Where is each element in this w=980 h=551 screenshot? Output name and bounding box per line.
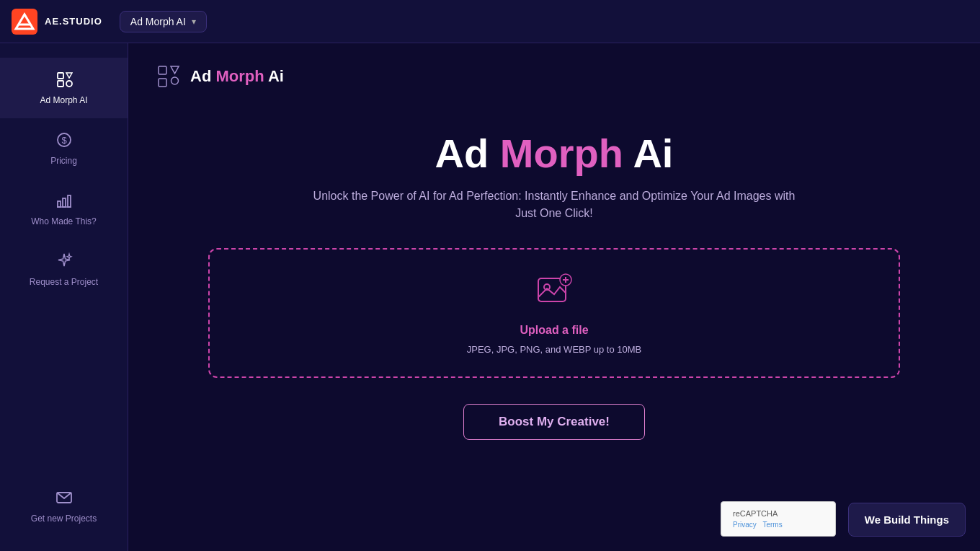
recaptcha-links: Privacy Terms [733,521,824,529]
svg-point-16 [172,77,179,84]
ae-studio-logo-icon [12,9,37,35]
sidebar-item-request-project[interactable]: Request a Project [0,239,128,300]
sidebar-item-get-new-projects[interactable]: Get new Projects [0,476,128,537]
svg-rect-11 [68,195,71,207]
svg-rect-9 [58,201,61,207]
sidebar-item-label-ad-morph-ai: Ad Morph AI [40,95,87,105]
sidebar-item-ad-morph-ai[interactable]: Ad Morph AI [0,58,128,118]
hero-subtitle: Unlock the Power of AI for Ad Perfection… [302,188,806,222]
dollar-icon: $ [55,131,73,151]
main-content: Ad Morph Ai Ad Morph Ai Unlock the Power… [128,43,980,551]
sidebar-item-pricing[interactable]: $ Pricing [0,118,128,179]
logo-area: AE.STUDIO [12,9,102,35]
hero-section: Ad Morph Ai Unlock the Power of AI for A… [302,131,806,222]
svg-rect-17 [159,79,166,87]
sidebar-item-label-request-project: Request a Project [30,277,98,287]
sidebar-bottom: Get new Projects [0,476,128,551]
grid-icon [55,71,73,91]
logo-text: AE.STUDIO [45,16,102,27]
sidebar: Ad Morph AI $ Pricing Who Made This? [0,43,128,551]
svg-rect-14 [159,66,166,74]
upload-hint: JPEG, JPG, PNG, and WEBP up to 10MB [467,344,642,355]
upload-label: Upload a file [520,324,588,337]
upload-box[interactable]: Upload a file JPEG, JPG, PNG, and WEBP u… [208,248,900,378]
hero-title: Ad Morph Ai [435,131,674,176]
top-bar: AE.STUDIO Ad Morph AI ▾ [0,0,980,43]
sidebar-item-label-pricing: Pricing [50,156,77,166]
upload-image-icon [535,271,573,317]
svg-marker-4 [66,73,72,78]
boost-button[interactable]: Boost My Creative! [463,404,645,440]
we-build-things-badge[interactable]: We Build Things [848,503,966,537]
svg-rect-3 [58,73,63,79]
svg-text:$: $ [61,135,67,146]
sidebar-item-label-who-made-this: Who Made This? [31,216,97,226]
sidebar-item-label-get-new-projects: Get new Projects [31,513,97,524]
page-title: Ad Morph Ai [190,67,284,86]
svg-point-5 [66,81,72,87]
sparkle-icon [55,252,73,273]
mail-icon [55,489,73,509]
chevron-down-icon: ▾ [192,17,196,27]
page-header: Ad Morph Ai [157,65,951,88]
app-selector-label: Ad Morph AI [130,16,186,27]
sidebar-item-who-made-this[interactable]: Who Made This? [0,179,128,239]
app-selector[interactable]: Ad Morph AI ▾ [120,11,207,32]
svg-rect-6 [58,81,63,87]
svg-marker-15 [171,66,179,74]
page-header-icon [157,65,180,88]
terms-link[interactable]: Terms [762,521,782,529]
svg-rect-10 [63,198,66,207]
privacy-link[interactable]: Privacy [733,521,757,529]
chart-icon [55,192,73,212]
recaptcha-area: reCAPTCHA Privacy Terms [721,501,836,537]
